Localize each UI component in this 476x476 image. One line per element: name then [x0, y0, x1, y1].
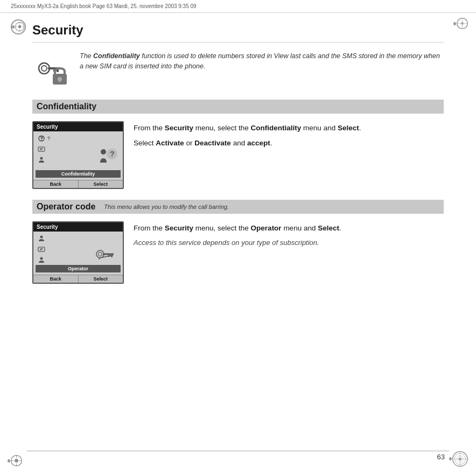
intro-section: The Confidentiality function is used to …	[32, 51, 444, 90]
corner-mark-tr	[453, 16, 468, 31]
security-bold-1: Security	[165, 124, 193, 132]
bottom-divider	[27, 451, 449, 451]
corner-mark-br	[449, 449, 468, 468]
access-note: Access to this service depends on your t…	[134, 237, 444, 249]
operator-code-feature: Security	[32, 221, 444, 284]
big-question-icon-area: ?	[36, 146, 118, 168]
phone-footer-confidentiality: Back Select	[33, 180, 123, 188]
op-active-label: Operator	[36, 265, 121, 272]
operator-bold: Operator	[251, 224, 282, 232]
corner-mark-tl	[11, 19, 26, 34]
phone-screen-body: ?	[33, 131, 123, 180]
intro-text: The Confidentiality function is used to …	[80, 51, 444, 72]
page-number: 63	[437, 453, 445, 461]
phone-screen-confidentiality: Security ?	[32, 121, 124, 189]
confidentiality-desc-line2: Select Activate or Deactivate and accept…	[134, 137, 444, 149]
svg-point-32	[41, 140, 41, 141]
operator-desc-line1: From the Security menu, select the Opera…	[134, 222, 444, 234]
op-back-button: Back	[33, 275, 79, 283]
activate-bold: Activate	[156, 139, 184, 147]
phone-screen-header: Security	[33, 122, 123, 131]
confidentiality-phone-screen: Security ?	[32, 121, 124, 189]
op-menu-item-1	[36, 234, 121, 243]
menu-item-1: ?	[36, 134, 121, 143]
intro-text-before: The	[80, 52, 93, 60]
op-menu-icon-1	[38, 235, 45, 242]
confidentiality-title: Confidentiality	[37, 102, 96, 111]
operator-screen-header: Security	[33, 222, 123, 232]
operator-description: From the Security menu, select the Opera…	[134, 221, 444, 251]
operator-code-subtitle: This menu allows you to modify the call …	[104, 204, 229, 210]
operator-phone-footer: Back Select	[33, 275, 123, 283]
page-title: Security	[32, 23, 444, 43]
confidentiality-description: From the Security menu, select the Confi…	[134, 121, 444, 152]
corner-mark-bl	[8, 453, 23, 468]
back-button: Back	[33, 180, 79, 188]
intro-text-bold: Confidentiality	[93, 52, 140, 60]
svg-text:?: ?	[110, 150, 115, 158]
phone-screen-operator: Security	[32, 221, 124, 284]
confidentiality-feature: Security ?	[32, 121, 444, 189]
select-bold-2: Select	[318, 224, 339, 232]
select-bold-1: Select	[338, 124, 359, 132]
svg-point-40	[40, 236, 43, 239]
active-menu-label: Confidentiality	[36, 170, 121, 178]
svg-rect-30	[59, 79, 61, 82]
main-content: Security The C	[0, 13, 476, 305]
operator-code-section-header: Operator code This menu allows you to mo…	[32, 200, 444, 214]
operator-code-title: Operator code	[37, 202, 95, 212]
key-lock-icon	[32, 51, 71, 90]
confidentiality-desc-line1: From the Security menu, select the Confi…	[134, 122, 444, 134]
svg-point-39	[101, 149, 106, 155]
confidentiality-section-header: Confidentiality	[32, 100, 444, 114]
menu-icon-1	[38, 135, 45, 142]
operator-phone-screen: Security	[32, 221, 124, 284]
deactivate-bold: Deactivate	[194, 139, 231, 147]
svg-point-1	[18, 25, 21, 28]
operator-screen-body: Operator	[33, 232, 123, 275]
header-bar: 25xxxxxxx MyX3-2a English.book Page 63 M…	[0, 0, 476, 13]
key-icon-area	[36, 247, 118, 263]
select-button: Select	[79, 180, 123, 188]
svg-point-45	[96, 250, 104, 258]
page-container: 25xxxxxxx MyX3-2a English.book Page 63 M…	[0, 0, 476, 476]
op-select-button: Select	[79, 275, 123, 283]
svg-rect-47	[103, 254, 114, 255]
book-reference: 25xxxxxxx MyX3-2a English.book Page 63 M…	[11, 3, 197, 9]
accept-bold: accept	[247, 139, 270, 147]
confidentiality-bold: Confidentiality	[251, 124, 302, 132]
security-bold-2: Security	[165, 224, 193, 232]
menu-text-1: ?	[47, 136, 50, 141]
svg-point-24	[41, 66, 47, 71]
svg-point-46	[99, 253, 102, 256]
svg-point-12	[15, 459, 18, 463]
